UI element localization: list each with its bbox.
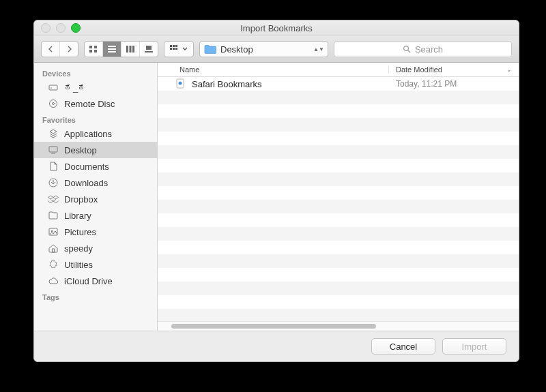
drive-icon xyxy=(48,82,59,93)
sidebar-item-label: Pictures xyxy=(64,227,96,237)
sidebar-item-label: Remote Disc xyxy=(64,99,115,109)
svg-rect-1 xyxy=(94,46,97,48)
file-rows[interactable]: Safari BookmarksToday, 11:21 PM xyxy=(158,77,519,321)
sidebar-item-documents[interactable]: Documents xyxy=(34,158,157,175)
folder-icon xyxy=(48,210,59,221)
svg-point-22 xyxy=(50,100,57,108)
svg-point-18 xyxy=(403,46,408,51)
sidebar-item-label: Library xyxy=(64,211,91,221)
sidebar-item-utilities[interactable]: Utilities xyxy=(34,256,157,273)
file-date: Today, 11:21 PM xyxy=(389,79,519,89)
file-list: Name Date Modified ⌄ Safari BookmarksTod… xyxy=(158,63,519,331)
sidebar-item-pictures[interactable]: Pictures xyxy=(34,224,157,240)
svg-rect-8 xyxy=(130,46,132,52)
view-mode-segmented xyxy=(84,41,158,57)
sidebar-item-label: speedy xyxy=(64,243,93,254)
utilities-icon xyxy=(48,259,59,270)
svg-rect-9 xyxy=(132,46,134,52)
search-field[interactable]: Search xyxy=(334,41,512,57)
svg-rect-17 xyxy=(175,48,177,50)
import-button[interactable]: Import xyxy=(442,338,506,355)
svg-line-19 xyxy=(408,50,410,52)
sidebar-item-label: Documents xyxy=(64,162,109,172)
svg-rect-10 xyxy=(146,46,152,50)
svg-rect-4 xyxy=(108,46,116,47)
sidebar-item-desktop[interactable]: Desktop xyxy=(34,142,157,158)
view-coverflow-button[interactable] xyxy=(140,42,158,57)
sidebar-item--[interactable]: ಠ_ಠ xyxy=(34,79,157,95)
sidebar-item-remote-disc[interactable]: Remote Disc xyxy=(34,95,157,112)
search-icon xyxy=(403,45,411,53)
svg-rect-29 xyxy=(53,249,55,252)
sidebar-item-speedy[interactable]: speedy xyxy=(34,240,157,256)
column-date-label: Date Modified xyxy=(396,65,442,74)
svg-point-28 xyxy=(51,230,53,232)
location-popup[interactable]: Desktop ▲▼ xyxy=(199,41,328,57)
svg-rect-7 xyxy=(126,46,128,52)
sidebar-item-label: Desktop xyxy=(64,145,97,155)
svg-rect-14 xyxy=(175,45,177,47)
nav-back-forward xyxy=(41,41,78,57)
file-name: Safari Bookmarks xyxy=(192,79,389,89)
sidebar-heading: Tags xyxy=(34,289,157,303)
view-columns-button[interactable] xyxy=(121,42,140,57)
footer: Cancel Import xyxy=(34,331,519,361)
svg-rect-15 xyxy=(170,48,172,50)
file-row[interactable]: Safari BookmarksToday, 11:21 PM xyxy=(158,77,519,91)
sidebar-heading: Devices xyxy=(34,65,157,79)
svg-rect-3 xyxy=(94,50,97,52)
view-list-button[interactable] xyxy=(103,42,121,57)
svg-rect-11 xyxy=(145,51,153,52)
titlebar: Import Bookmarks xyxy=(34,20,519,36)
column-name[interactable]: Name xyxy=(158,65,389,74)
body: Devicesಠ_ಠRemote DiscFavoritesApplicatio… xyxy=(34,63,519,331)
sidebar-item-label: ಠ_ಠ xyxy=(64,82,87,93)
sidebar-item-label: Utilities xyxy=(64,260,93,270)
sidebar-item-icloud-drive[interactable]: iCloud Drive xyxy=(34,273,157,289)
svg-point-23 xyxy=(53,103,55,105)
svg-rect-12 xyxy=(170,45,172,47)
sidebar-item-library[interactable]: Library xyxy=(34,207,157,224)
pictures-icon xyxy=(48,226,59,237)
sidebar-item-label: iCloud Drive xyxy=(64,276,113,286)
sidebar-item-applications[interactable]: Applications xyxy=(34,125,157,142)
horizontal-scrollbar[interactable] xyxy=(158,321,519,331)
folder-icon xyxy=(204,44,216,54)
sidebar-item-dropbox[interactable]: Dropbox xyxy=(34,191,157,207)
scrollbar-thumb[interactable] xyxy=(171,324,376,329)
sidebar-heading: Favorites xyxy=(34,112,157,125)
nav-forward-button[interactable] xyxy=(60,42,78,57)
disc-icon xyxy=(48,98,59,109)
downloads-icon xyxy=(48,177,59,188)
sidebar-item-label: Applications xyxy=(64,129,112,139)
view-icons-button[interactable] xyxy=(85,42,103,57)
home-icon xyxy=(48,243,59,254)
sidebar-item-label: Dropbox xyxy=(64,194,98,205)
svg-rect-6 xyxy=(108,51,116,52)
stepper-icon: ▲▼ xyxy=(314,48,324,51)
toolbar: Desktop ▲▼ Search xyxy=(34,36,519,63)
sidebar-item-downloads[interactable]: Downloads xyxy=(34,175,157,191)
chevron-down-icon xyxy=(182,47,188,51)
open-panel: Import Bookmarks xyxy=(33,20,519,362)
svg-rect-0 xyxy=(89,46,92,48)
file-icon xyxy=(175,78,186,89)
svg-rect-13 xyxy=(173,45,175,47)
svg-rect-16 xyxy=(173,48,175,50)
nav-back-button[interactable] xyxy=(42,42,60,57)
svg-rect-5 xyxy=(108,48,116,50)
svg-rect-20 xyxy=(49,85,57,90)
arrange-menu-button[interactable] xyxy=(164,41,194,57)
sidebar[interactable]: Devicesಠ_ಠRemote DiscFavoritesApplicatio… xyxy=(34,63,158,331)
cloud-icon xyxy=(48,275,59,286)
chevron-down-icon: ⌄ xyxy=(506,66,512,73)
cancel-button[interactable]: Cancel xyxy=(371,338,435,355)
column-headers: Name Date Modified ⌄ xyxy=(158,63,519,77)
svg-rect-24 xyxy=(49,147,57,152)
dropbox-icon xyxy=(48,194,59,205)
sidebar-item-label: Downloads xyxy=(64,178,108,188)
desktop-icon xyxy=(48,145,59,155)
column-date-modified[interactable]: Date Modified ⌄ xyxy=(389,65,519,74)
apps-icon xyxy=(48,128,59,139)
svg-rect-2 xyxy=(89,50,92,52)
